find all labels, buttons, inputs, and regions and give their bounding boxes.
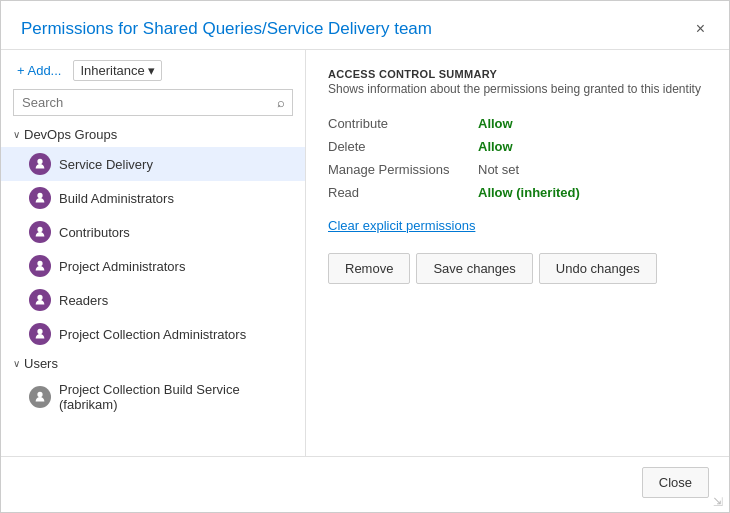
list-item-contributors[interactable]: Contributors [1, 215, 305, 249]
action-buttons: Remove Save changes Undo changes [328, 253, 707, 284]
chevron-users-icon: ∨ [13, 358, 20, 369]
inheritance-arrow-icon: ▾ [148, 63, 155, 78]
dialog-footer: Close [1, 456, 729, 512]
perm-contribute-name: Contribute [328, 112, 478, 135]
group-list: ∨ DevOps Groups Service Delivery Build A… [1, 122, 305, 446]
readers-label: Readers [59, 293, 108, 308]
perm-read-value: Allow (inherited) [478, 181, 707, 204]
dialog-title: Permissions for Shared Queries/Service D… [21, 19, 692, 39]
avatar-build-service [29, 386, 51, 408]
devops-groups-header[interactable]: ∨ DevOps Groups [1, 122, 305, 147]
search-input[interactable] [13, 89, 293, 116]
users-header[interactable]: ∨ Users [1, 351, 305, 376]
resize-handle[interactable]: ⇲ [713, 496, 723, 508]
permissions-dialog: Permissions for Shared Queries/Service D… [0, 0, 730, 513]
list-item-readers[interactable]: Readers [1, 283, 305, 317]
permission-table: Contribute Allow Delete Allow Manage Per… [328, 112, 707, 204]
perm-read-name: Read [328, 181, 478, 204]
project-administrators-label: Project Administrators [59, 259, 185, 274]
permission-row-read: Read Allow (inherited) [328, 181, 707, 204]
save-changes-button[interactable]: Save changes [416, 253, 532, 284]
close-dialog-button[interactable]: × [692, 19, 709, 39]
inheritance-label: Inheritance [80, 63, 144, 78]
list-item-build-service[interactable]: Project Collection Build Service (fabrik… [1, 376, 305, 418]
service-delivery-label: Service Delivery [59, 157, 153, 172]
clear-explicit-permissions-link[interactable]: Clear explicit permissions [328, 218, 707, 233]
left-panel: + Add... Inheritance ▾ ⌕ ∨ DevOps Groups [1, 50, 306, 456]
right-panel: ACCESS CONTROL SUMMARY Shows information… [306, 50, 729, 456]
contributors-label: Contributors [59, 225, 130, 240]
list-item-build-administrators[interactable]: Build Administrators [1, 181, 305, 215]
permission-row-manage: Manage Permissions Not set [328, 158, 707, 181]
acs-title: ACCESS CONTROL SUMMARY [328, 68, 707, 80]
add-button[interactable]: + Add... [13, 61, 65, 80]
avatar-project-collection-administrators [29, 323, 51, 345]
close-button[interactable]: Close [642, 467, 709, 498]
acs-subtitle: Shows information about the permissions … [328, 82, 707, 96]
dialog-header: Permissions for Shared Queries/Service D… [1, 1, 729, 50]
undo-changes-button[interactable]: Undo changes [539, 253, 657, 284]
devops-groups-label: DevOps Groups [24, 127, 117, 142]
chevron-icon: ∨ [13, 129, 20, 140]
perm-manage-name: Manage Permissions [328, 158, 478, 181]
users-label: Users [24, 356, 58, 371]
build-administrators-label: Build Administrators [59, 191, 174, 206]
dialog-body: + Add... Inheritance ▾ ⌕ ∨ DevOps Groups [1, 50, 729, 456]
perm-contribute-value: Allow [478, 112, 707, 135]
permission-row-contribute: Contribute Allow [328, 112, 707, 135]
search-box: ⌕ [13, 89, 293, 116]
permission-row-delete: Delete Allow [328, 135, 707, 158]
list-item-service-delivery[interactable]: Service Delivery [1, 147, 305, 181]
remove-button[interactable]: Remove [328, 253, 410, 284]
avatar-project-administrators [29, 255, 51, 277]
build-service-label: Project Collection Build Service (fabrik… [59, 382, 293, 412]
perm-delete-name: Delete [328, 135, 478, 158]
avatar-service-delivery [29, 153, 51, 175]
avatar-build-administrators [29, 187, 51, 209]
perm-manage-value: Not set [478, 158, 707, 181]
perm-delete-value: Allow [478, 135, 707, 158]
list-item-project-collection-administrators[interactable]: Project Collection Administrators [1, 317, 305, 351]
project-collection-administrators-label: Project Collection Administrators [59, 327, 246, 342]
list-item-project-administrators[interactable]: Project Administrators [1, 249, 305, 283]
inheritance-button[interactable]: Inheritance ▾ [73, 60, 161, 81]
toolbar: + Add... Inheritance ▾ [1, 50, 305, 89]
avatar-contributors [29, 221, 51, 243]
avatar-readers [29, 289, 51, 311]
